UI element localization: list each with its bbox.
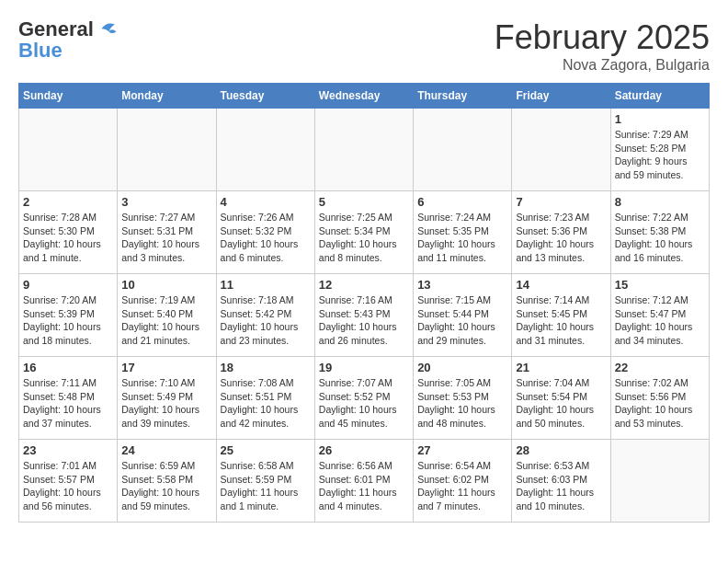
week-row-5: 23Sunrise: 7:01 AM Sunset: 5:57 PM Dayli…	[19, 440, 710, 523]
calendar-cell: 7Sunrise: 7:23 AM Sunset: 5:36 PM Daylig…	[512, 191, 610, 274]
day-info: Sunrise: 7:10 AM Sunset: 5:49 PM Dayligh…	[121, 376, 211, 431]
calendar-cell: 12Sunrise: 7:16 AM Sunset: 5:43 PM Dayli…	[314, 274, 413, 357]
weekday-header-thursday: Thursday	[414, 84, 512, 109]
day-info: Sunrise: 7:02 AM Sunset: 5:56 PM Dayligh…	[615, 376, 705, 431]
day-info: Sunrise: 7:26 AM Sunset: 5:32 PM Dayligh…	[221, 211, 311, 265]
week-row-1: 1Sunrise: 7:29 AM Sunset: 5:28 PM Daylig…	[19, 109, 710, 191]
day-info: Sunrise: 7:20 AM Sunset: 5:39 PM Dayligh…	[23, 293, 113, 348]
day-number: 4	[221, 195, 311, 209]
day-number: 7	[516, 195, 606, 209]
day-info: Sunrise: 7:01 AM Sunset: 5:57 PM Dayligh…	[23, 459, 113, 513]
calendar-cell: 17Sunrise: 7:10 AM Sunset: 5:49 PM Dayli…	[118, 357, 216, 440]
logo-general-text: General	[18, 19, 94, 40]
day-number: 17	[121, 361, 211, 374]
day-number: 16	[23, 361, 113, 374]
calendar-cell: 6Sunrise: 7:24 AM Sunset: 5:35 PM Daylig…	[414, 191, 512, 274]
day-number: 22	[615, 361, 705, 374]
day-info: Sunrise: 7:08 AM Sunset: 5:51 PM Dayligh…	[221, 376, 311, 431]
page-header: General Blue February 2025 Nova Zagora, …	[18, 18, 710, 74]
calendar-cell: 25Sunrise: 6:58 AM Sunset: 5:59 PM Dayli…	[216, 440, 314, 523]
month-title: February 2025	[495, 18, 710, 57]
day-number: 24	[121, 443, 211, 457]
day-info: Sunrise: 6:53 AM Sunset: 6:03 PM Dayligh…	[516, 459, 606, 513]
weekday-header-monday: Monday	[118, 84, 216, 109]
day-info: Sunrise: 6:54 AM Sunset: 6:02 PM Dayligh…	[417, 459, 507, 513]
day-info: Sunrise: 7:27 AM Sunset: 5:31 PM Dayligh…	[121, 211, 211, 265]
calendar-cell	[314, 109, 413, 191]
calendar-cell: 2Sunrise: 7:28 AM Sunset: 5:30 PM Daylig…	[19, 191, 118, 274]
day-info: Sunrise: 7:24 AM Sunset: 5:35 PM Dayligh…	[417, 211, 507, 265]
week-row-3: 9Sunrise: 7:20 AM Sunset: 5:39 PM Daylig…	[19, 274, 710, 357]
day-info: Sunrise: 7:14 AM Sunset: 5:45 PM Dayligh…	[516, 293, 606, 348]
day-info: Sunrise: 7:07 AM Sunset: 5:52 PM Dayligh…	[319, 376, 409, 431]
calendar-cell: 15Sunrise: 7:12 AM Sunset: 5:47 PM Dayli…	[610, 274, 709, 357]
calendar-cell: 10Sunrise: 7:19 AM Sunset: 5:40 PM Dayli…	[118, 274, 216, 357]
day-info: Sunrise: 7:23 AM Sunset: 5:36 PM Dayligh…	[516, 211, 606, 265]
weekday-header-saturday: Saturday	[610, 84, 709, 109]
calendar-cell: 1Sunrise: 7:29 AM Sunset: 5:28 PM Daylig…	[610, 109, 709, 191]
day-number: 28	[516, 443, 606, 457]
day-number: 12	[319, 278, 409, 292]
calendar-table: SundayMondayTuesdayWednesdayThursdayFrid…	[18, 83, 710, 523]
title-block: February 2025 Nova Zagora, Bulgaria	[495, 18, 710, 74]
weekday-header-friday: Friday	[512, 84, 610, 109]
day-info: Sunrise: 7:16 AM Sunset: 5:43 PM Dayligh…	[319, 293, 409, 348]
day-number: 2	[23, 195, 113, 209]
calendar-cell	[118, 109, 216, 191]
calendar-cell: 16Sunrise: 7:11 AM Sunset: 5:48 PM Dayli…	[19, 357, 118, 440]
calendar-cell: 14Sunrise: 7:14 AM Sunset: 5:45 PM Dayli…	[512, 274, 610, 357]
calendar-cell: 18Sunrise: 7:08 AM Sunset: 5:51 PM Dayli…	[216, 357, 314, 440]
logo: General Blue	[18, 18, 118, 61]
week-row-2: 2Sunrise: 7:28 AM Sunset: 5:30 PM Daylig…	[19, 191, 710, 274]
day-info: Sunrise: 7:12 AM Sunset: 5:47 PM Dayligh…	[615, 293, 705, 348]
calendar-cell	[19, 109, 118, 191]
calendar-cell: 11Sunrise: 7:18 AM Sunset: 5:42 PM Dayli…	[216, 274, 314, 357]
day-number: 9	[23, 278, 113, 292]
calendar-cell: 21Sunrise: 7:04 AM Sunset: 5:54 PM Dayli…	[512, 357, 610, 440]
calendar-cell	[414, 109, 512, 191]
day-number: 20	[417, 361, 507, 374]
day-info: Sunrise: 7:18 AM Sunset: 5:42 PM Dayligh…	[221, 293, 311, 348]
day-info: Sunrise: 7:22 AM Sunset: 5:38 PM Dayligh…	[615, 211, 705, 265]
day-info: Sunrise: 7:28 AM Sunset: 5:30 PM Dayligh…	[23, 211, 113, 265]
calendar-cell: 5Sunrise: 7:25 AM Sunset: 5:34 PM Daylig…	[314, 191, 413, 274]
day-number: 6	[417, 195, 507, 209]
calendar-cell: 19Sunrise: 7:07 AM Sunset: 5:52 PM Dayli…	[314, 357, 413, 440]
day-info: Sunrise: 6:59 AM Sunset: 5:58 PM Dayligh…	[121, 459, 211, 513]
day-info: Sunrise: 7:11 AM Sunset: 5:48 PM Dayligh…	[23, 376, 113, 431]
logo-blue-text: Blue	[18, 39, 63, 62]
day-number: 27	[417, 443, 507, 457]
calendar-cell: 20Sunrise: 7:05 AM Sunset: 5:53 PM Dayli…	[414, 357, 512, 440]
calendar-header-row: SundayMondayTuesdayWednesdayThursdayFrid…	[19, 84, 710, 109]
calendar-cell: 9Sunrise: 7:20 AM Sunset: 5:39 PM Daylig…	[19, 274, 118, 357]
day-number: 3	[121, 195, 211, 209]
day-info: Sunrise: 7:15 AM Sunset: 5:44 PM Dayligh…	[417, 293, 507, 348]
calendar-cell	[512, 109, 610, 191]
weekday-header-tuesday: Tuesday	[216, 84, 314, 109]
calendar-cell: 27Sunrise: 6:54 AM Sunset: 6:02 PM Dayli…	[414, 440, 512, 523]
day-number: 13	[417, 278, 507, 292]
calendar-cell: 28Sunrise: 6:53 AM Sunset: 6:03 PM Dayli…	[512, 440, 610, 523]
day-number: 21	[516, 361, 606, 374]
weekday-header-wednesday: Wednesday	[314, 84, 413, 109]
day-info: Sunrise: 7:04 AM Sunset: 5:54 PM Dayligh…	[516, 376, 606, 431]
day-number: 14	[516, 278, 606, 292]
day-number: 5	[319, 195, 409, 209]
weekday-header-sunday: Sunday	[19, 84, 118, 109]
day-number: 23	[23, 443, 113, 457]
day-number: 1	[615, 112, 705, 126]
day-number: 19	[319, 361, 409, 374]
location: Nova Zagora, Bulgaria	[495, 57, 710, 74]
calendar-cell: 24Sunrise: 6:59 AM Sunset: 5:58 PM Dayli…	[118, 440, 216, 523]
calendar-cell: 26Sunrise: 6:56 AM Sunset: 6:01 PM Dayli…	[314, 440, 413, 523]
day-number: 11	[221, 278, 311, 292]
calendar-cell: 3Sunrise: 7:27 AM Sunset: 5:31 PM Daylig…	[118, 191, 216, 274]
calendar-cell	[610, 440, 709, 523]
day-info: Sunrise: 7:25 AM Sunset: 5:34 PM Dayligh…	[319, 211, 409, 265]
day-number: 15	[615, 278, 705, 292]
day-info: Sunrise: 7:29 AM Sunset: 5:28 PM Dayligh…	[615, 128, 705, 182]
calendar-cell: 22Sunrise: 7:02 AM Sunset: 5:56 PM Dayli…	[610, 357, 709, 440]
day-info: Sunrise: 6:58 AM Sunset: 5:59 PM Dayligh…	[221, 459, 311, 513]
calendar-cell: 8Sunrise: 7:22 AM Sunset: 5:38 PM Daylig…	[610, 191, 709, 274]
day-info: Sunrise: 7:19 AM Sunset: 5:40 PM Dayligh…	[121, 293, 211, 348]
